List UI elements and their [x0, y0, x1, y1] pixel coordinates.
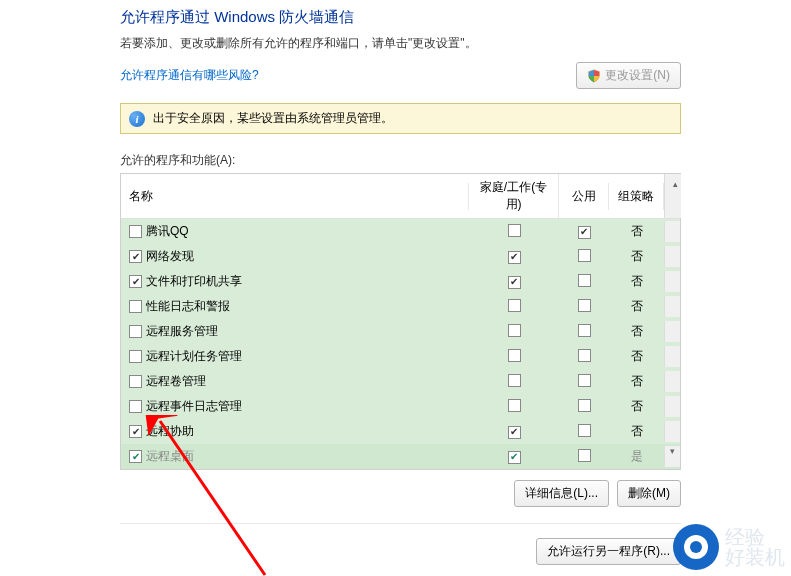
home-checkbox[interactable] [508, 276, 521, 289]
remove-button[interactable]: 删除(M) [617, 480, 681, 507]
table-header: 名称 家庭/工作(专用) 公用 组策略 ▴ [121, 174, 680, 219]
public-checkbox[interactable] [578, 249, 591, 262]
row-enable-checkbox[interactable] [129, 425, 142, 438]
table-row[interactable]: 远程卷管理否 [121, 369, 680, 394]
row-name-label: 远程服务管理 [146, 323, 218, 340]
table-row[interactable]: 性能日志和警报否 [121, 294, 680, 319]
watermark-text2: 好装机 [725, 547, 785, 567]
change-settings-button[interactable]: 更改设置(N) [576, 62, 681, 89]
row-enable-checkbox[interactable] [129, 325, 142, 338]
row-name-label: 远程计划任务管理 [146, 348, 242, 365]
policy-label: 否 [609, 373, 664, 390]
home-checkbox[interactable] [508, 451, 521, 464]
policy-label: 否 [609, 423, 664, 440]
col-public[interactable]: 公用 [559, 183, 609, 210]
row-enable-checkbox[interactable] [129, 300, 142, 313]
home-checkbox[interactable] [508, 324, 521, 337]
row-enable-checkbox[interactable] [129, 275, 142, 288]
policy-label: 是 [609, 448, 664, 465]
scroll-down-icon[interactable]: ▾ [665, 446, 680, 456]
page-subtitle: 若要添加、更改或删除所有允许的程序和端口，请单击"更改设置"。 [120, 35, 681, 52]
policy-label: 否 [609, 273, 664, 290]
allow-another-button[interactable]: 允许运行另一程序(R)... [536, 538, 681, 565]
table-row[interactable]: 网络发现否 [121, 244, 680, 269]
page-title: 允许程序通过 Windows 防火墙通信 [120, 8, 681, 27]
table-row[interactable]: 远程协助否 [121, 419, 680, 444]
table-row[interactable]: 文件和打印机共享否 [121, 269, 680, 294]
info-icon: i [129, 111, 145, 127]
public-checkbox[interactable] [578, 324, 591, 337]
row-name-label: 远程卷管理 [146, 373, 206, 390]
public-checkbox[interactable] [578, 449, 591, 462]
public-checkbox[interactable] [578, 226, 591, 239]
public-checkbox[interactable] [578, 424, 591, 437]
row-enable-checkbox[interactable] [129, 400, 142, 413]
risk-link[interactable]: 允许程序通信有哪些风险? [120, 67, 259, 84]
row-enable-checkbox[interactable] [129, 375, 142, 388]
table-row[interactable]: 腾讯QQ否 [121, 219, 680, 244]
policy-label: 否 [609, 248, 664, 265]
home-checkbox[interactable] [508, 426, 521, 439]
watermark: 经验 好装机 [673, 524, 785, 570]
row-enable-checkbox[interactable] [129, 450, 142, 463]
home-checkbox[interactable] [508, 399, 521, 412]
row-name-label: 文件和打印机共享 [146, 273, 242, 290]
row-name-label: 远程事件日志管理 [146, 398, 242, 415]
policy-label: 否 [609, 298, 664, 315]
separator [120, 523, 681, 524]
policy-label: 否 [609, 223, 664, 240]
info-bar: i 出于安全原因，某些设置由系统管理员管理。 [120, 103, 681, 134]
list-label: 允许的程序和功能(A): [120, 152, 681, 169]
home-checkbox[interactable] [508, 374, 521, 387]
public-checkbox[interactable] [578, 399, 591, 412]
home-checkbox[interactable] [508, 224, 521, 237]
policy-label: 否 [609, 323, 664, 340]
home-checkbox[interactable] [508, 349, 521, 362]
details-button[interactable]: 详细信息(L)... [514, 480, 609, 507]
row-name-label: 远程协助 [146, 423, 194, 440]
public-checkbox[interactable] [578, 349, 591, 362]
row-name-label: 远程桌面 [146, 448, 194, 465]
row-name-label: 网络发现 [146, 248, 194, 265]
public-checkbox[interactable] [578, 374, 591, 387]
change-settings-label: 更改设置(N) [605, 67, 670, 84]
row-name-label: 腾讯QQ [146, 223, 189, 240]
watermark-text1: 经验 [725, 527, 785, 547]
logo-icon [673, 524, 719, 570]
table-row[interactable]: 远程桌面是▾ [121, 444, 680, 469]
row-enable-checkbox[interactable] [129, 225, 142, 238]
home-checkbox[interactable] [508, 251, 521, 264]
row-enable-checkbox[interactable] [129, 350, 142, 363]
programs-table: 名称 家庭/工作(专用) 公用 组策略 ▴ 腾讯QQ否网络发现否文件和打印机共享… [120, 173, 681, 470]
col-name[interactable]: 名称 [121, 183, 469, 210]
row-enable-checkbox[interactable] [129, 250, 142, 263]
table-row[interactable]: 远程服务管理否 [121, 319, 680, 344]
public-checkbox[interactable] [578, 299, 591, 312]
shield-icon [587, 69, 601, 83]
col-policy[interactable]: 组策略 [609, 183, 664, 210]
col-home[interactable]: 家庭/工作(专用) [469, 174, 559, 218]
policy-label: 否 [609, 398, 664, 415]
home-checkbox[interactable] [508, 299, 521, 312]
table-row[interactable]: 远程计划任务管理否 [121, 344, 680, 369]
public-checkbox[interactable] [578, 274, 591, 287]
policy-label: 否 [609, 348, 664, 365]
info-text: 出于安全原因，某些设置由系统管理员管理。 [153, 110, 393, 127]
table-row[interactable]: 远程事件日志管理否 [121, 394, 680, 419]
row-name-label: 性能日志和警报 [146, 298, 230, 315]
